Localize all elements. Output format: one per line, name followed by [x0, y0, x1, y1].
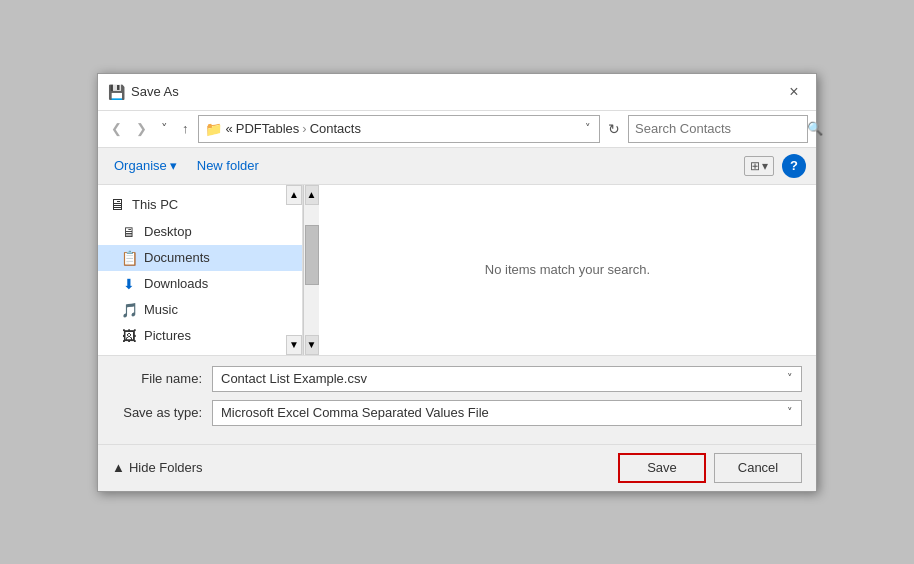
address-dropdown-button[interactable]: ˅ — [583, 122, 593, 135]
this-pc-icon: 🖥 — [108, 196, 126, 214]
new-folder-button[interactable]: New folder — [191, 155, 265, 176]
save-type-row: Save as type: Microsoft Excel Comma Sepa… — [112, 400, 802, 426]
save-type-label: Save as type: — [112, 405, 212, 420]
file-name-field[interactable]: ˅ — [212, 366, 802, 392]
sidebar-item-downloads[interactable]: ⬇ Downloads — [98, 271, 302, 297]
view-button[interactable]: ⊞ ▾ — [744, 156, 774, 176]
breadcrumb-part-1: PDFTables — [236, 121, 300, 136]
title-bar-left: 💾 Save As — [108, 84, 179, 100]
new-folder-label: New folder — [197, 158, 259, 173]
sidebar-item-label-this-pc: This PC — [132, 197, 178, 212]
footer-buttons: Save Cancel — [618, 453, 802, 483]
forward-button[interactable]: ❯ — [131, 118, 152, 139]
pictures-icon: 🖼 — [120, 328, 138, 344]
breadcrumb-prefix: « — [226, 121, 233, 136]
nav-dropdown-button[interactable]: ˅ — [156, 118, 173, 139]
back-button[interactable]: ❮ — [106, 118, 127, 139]
organise-arrow-icon: ▾ — [170, 158, 177, 173]
breadcrumb-separator: › — [302, 121, 306, 136]
address-bar[interactable]: 📁 « PDFTables › Contacts ˅ — [198, 115, 601, 143]
help-button[interactable]: ? — [782, 154, 806, 178]
scrollbar-up-arrow[interactable]: ▲ — [305, 185, 319, 205]
scroll-up-button[interactable]: ▲ — [286, 185, 302, 205]
file-name-label: File name: — [112, 371, 212, 386]
search-input[interactable] — [635, 121, 803, 136]
downloads-icon: ⬇ — [120, 276, 138, 292]
file-name-dropdown-icon[interactable]: ˅ — [787, 372, 793, 385]
dialog-icon: 💾 — [108, 84, 125, 100]
file-name-row: File name: ˅ — [112, 366, 802, 392]
organise-button[interactable]: Organise ▾ — [108, 155, 183, 176]
close-button[interactable]: × — [782, 80, 806, 104]
sidebar-item-documents[interactable]: 📋 Documents — [98, 245, 302, 271]
content-area: 🖥 This PC 🖥 Desktop 📋 Documents ⬇ Downlo… — [98, 185, 816, 355]
nav-bar: ❮ ❯ ˅ ↑ 📁 « PDFTables › Contacts ˅ ↻ 🔍 — [98, 111, 816, 148]
desktop-icon: 🖥 — [120, 224, 138, 240]
title-bar: 💾 Save As × — [98, 74, 816, 111]
search-icon: 🔍 — [807, 121, 823, 136]
sidebar: 🖥 This PC 🖥 Desktop 📋 Documents ⬇ Downlo… — [98, 185, 303, 355]
file-name-input[interactable] — [221, 371, 787, 386]
sidebar-item-label-pictures: Pictures — [144, 328, 191, 343]
scrollbar-down-arrow[interactable]: ▼ — [305, 335, 319, 355]
dialog-title: Save As — [131, 84, 179, 99]
music-icon: 🎵 — [120, 302, 138, 318]
form-area: File name: ˅ Save as type: Microsoft Exc… — [98, 355, 816, 444]
toolbar: Organise ▾ New folder ⊞ ▾ ? — [98, 148, 816, 185]
breadcrumb-part-2: Contacts — [310, 121, 361, 136]
sidebar-item-label-music: Music — [144, 302, 178, 317]
hide-folders-button[interactable]: ▲ Hide Folders — [112, 460, 203, 475]
save-as-dialog: 💾 Save As × ❮ ❯ ˅ ↑ 📁 « PDFTables › Cont… — [97, 73, 817, 492]
hide-folders-label: Hide Folders — [129, 460, 203, 475]
sidebar-item-label-desktop: Desktop — [144, 224, 192, 239]
sidebar-item-this-pc[interactable]: 🖥 This PC — [98, 191, 302, 219]
hide-folders-icon: ▲ — [112, 460, 125, 475]
sidebar-item-pictures[interactable]: 🖼 Pictures — [98, 323, 302, 349]
view-icon: ⊞ — [750, 159, 760, 173]
empty-message: No items match your search. — [485, 262, 650, 277]
sidebar-item-desktop[interactable]: 🖥 Desktop — [98, 219, 302, 245]
search-bar: 🔍 — [628, 115, 808, 143]
save-type-dropdown-icon[interactable]: ˅ — [787, 406, 793, 419]
scroll-down-button[interactable]: ▼ — [286, 335, 302, 355]
sidebar-item-label-downloads: Downloads — [144, 276, 208, 291]
save-type-value: Microsoft Excel Comma Separated Values F… — [221, 405, 489, 420]
sidebar-item-music[interactable]: 🎵 Music — [98, 297, 302, 323]
organise-label: Organise — [114, 158, 167, 173]
save-button[interactable]: Save — [618, 453, 706, 483]
footer: ▲ Hide Folders Save Cancel — [98, 444, 816, 491]
scrollbar-thumb[interactable] — [305, 225, 319, 285]
cancel-button[interactable]: Cancel — [714, 453, 802, 483]
up-button[interactable]: ↑ — [177, 118, 194, 139]
breadcrumb: « PDFTables › Contacts — [226, 121, 580, 136]
scrollbar-track[interactable]: ▲ ▼ — [303, 185, 319, 355]
documents-icon: 📋 — [120, 250, 138, 266]
folder-icon: 📁 — [205, 121, 222, 137]
view-arrow-icon: ▾ — [762, 159, 768, 173]
save-type-field[interactable]: Microsoft Excel Comma Separated Values F… — [212, 400, 802, 426]
main-panel: No items match your search. — [319, 185, 816, 355]
refresh-button[interactable]: ↻ — [604, 119, 624, 139]
sidebar-item-label-documents: Documents — [144, 250, 210, 265]
